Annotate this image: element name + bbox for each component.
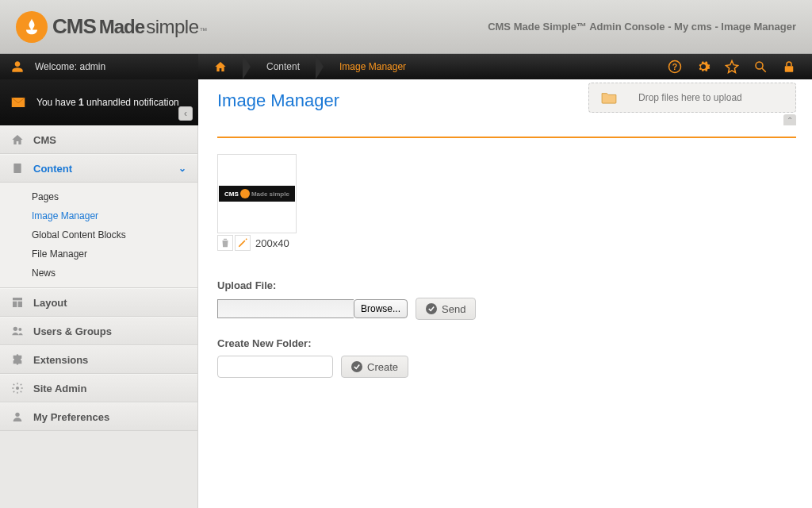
sidebar-sub-news[interactable]: News: [0, 264, 197, 283]
edit-button[interactable]: [235, 235, 251, 251]
create-folder-section: Create New Folder: Create: [217, 337, 796, 378]
thumbnail-preview: CMSMade simple: [219, 186, 295, 202]
svg-rect-8: [13, 302, 17, 307]
breadcrumb-sep-icon: [243, 54, 251, 79]
breadcrumb-current: Image Manager: [324, 54, 422, 79]
logo-icon: [16, 11, 48, 43]
trash-icon: [220, 237, 231, 248]
button-label: Create: [367, 361, 398, 373]
svg-rect-9: [18, 302, 22, 307]
header: CMS Made simple ™ CMS Made Simple™ Admin…: [0, 0, 812, 54]
file-input[interactable]: Browse...: [217, 299, 408, 318]
star-icon[interactable]: [725, 60, 739, 74]
image-item: CMSMade simple 200x40: [217, 154, 796, 251]
puzzle-icon: [11, 353, 24, 366]
gear-icon[interactable]: [696, 60, 710, 74]
gear-icon: [11, 382, 24, 394]
search-icon[interactable]: [753, 60, 768, 74]
svg-rect-6: [13, 164, 21, 173]
sidebar-item-label: Extensions: [33, 354, 88, 366]
layout-icon: [11, 296, 24, 309]
sidebar-item-site-admin[interactable]: Site Admin: [0, 374, 197, 402]
user-icon: [11, 60, 24, 73]
svg-point-13: [15, 413, 19, 417]
sidebar-item-label: Content: [33, 163, 72, 175]
svg-rect-7: [13, 298, 22, 300]
user-icon: [11, 410, 24, 423]
thumbnail-actions: 200x40: [217, 235, 796, 251]
sidebar-item-extensions[interactable]: Extensions: [0, 345, 197, 374]
pencil-icon: [237, 237, 248, 248]
topbar-left: Welcome: admin: [0, 54, 198, 79]
dropzone[interactable]: Drop files here to upload: [588, 83, 796, 113]
users-icon: [11, 325, 24, 337]
folder-icon: [600, 91, 618, 104]
sidebar-sub-global-content-blocks[interactable]: Global Content Blocks: [0, 225, 197, 244]
create-folder-label: Create New Folder:: [217, 337, 796, 349]
svg-point-12: [16, 387, 19, 390]
main-content: Drop files here to upload ⌃ Image Manage…: [198, 79, 812, 508]
sidebar-item-label: Users & Groups: [33, 325, 112, 337]
chevron-down-icon: ⌄: [178, 163, 186, 174]
browse-button[interactable]: Browse...: [354, 299, 408, 318]
svg-text:?: ?: [672, 62, 677, 71]
folder-name-input[interactable]: [217, 356, 333, 378]
svg-line-3: [762, 68, 766, 72]
svg-point-11: [18, 328, 21, 331]
breadcrumb-content[interactable]: Content: [251, 54, 316, 79]
svg-point-2: [756, 62, 763, 69]
send-button[interactable]: Send: [416, 298, 476, 320]
breadcrumb: Content Image Manager: [198, 54, 422, 79]
upload-label: Upload File:: [217, 279, 796, 291]
sidebar-sub-pages[interactable]: Pages: [0, 187, 197, 206]
image-thumbnail[interactable]: CMSMade simple: [217, 154, 297, 233]
button-label: Send: [442, 303, 465, 315]
sidebar-collapse-button[interactable]: ‹: [178, 106, 193, 121]
sidebar-item-layout[interactable]: Layout: [0, 288, 197, 317]
image-label: 200x40: [252, 237, 289, 249]
welcome-text: Welcome: admin: [35, 61, 105, 72]
topbar: Welcome: admin Content Image Manager ?: [0, 54, 812, 79]
create-button[interactable]: Create: [341, 356, 408, 378]
sidebar-submenu: Pages Image Manager Global Content Block…: [0, 183, 197, 288]
upload-section: Upload File: Browse... Send: [217, 279, 796, 320]
sidebar-item-users-groups[interactable]: Users & Groups: [0, 317, 197, 345]
header-title: CMS Made Simple™ Admin Console - My cms …: [488, 21, 796, 33]
home-icon: [214, 60, 227, 73]
chevron-up-icon: ⌃: [787, 116, 793, 125]
lock-icon[interactable]: [782, 60, 796, 74]
breadcrumb-sep-icon: [316, 54, 324, 79]
sidebar-item-my-preferences[interactable]: My Preferences: [0, 402, 197, 431]
sidebar-item-cms[interactable]: CMS: [0, 125, 197, 154]
logo-text: CMS Made simple ™: [52, 14, 208, 39]
sidebar-item-label: Layout: [33, 297, 67, 309]
divider: [217, 137, 796, 138]
sidebar-item-content[interactable]: Content ⌄: [0, 154, 197, 183]
breadcrumb-home[interactable]: [198, 54, 243, 79]
check-icon: [426, 303, 437, 314]
dropzone-label: Drop files here to upload: [638, 92, 742, 103]
sidebar-sub-image-manager[interactable]: Image Manager: [0, 206, 197, 225]
document-icon: [11, 162, 24, 175]
mail-icon: [11, 97, 25, 108]
logo[interactable]: CMS Made simple ™: [16, 11, 208, 43]
sidebar-item-label: My Preferences: [33, 411, 109, 423]
sidebar-item-label: Site Admin: [33, 383, 86, 394]
sidebar-sub-file-manager[interactable]: File Manager: [0, 244, 197, 264]
file-path-field[interactable]: [217, 299, 354, 318]
notification-bar[interactable]: You have 1 unhandled notification: [0, 79, 198, 125]
help-icon[interactable]: ?: [668, 60, 682, 74]
notification-text: You have 1 unhandled notification: [36, 97, 179, 108]
topbar-icons: ?: [668, 54, 812, 79]
dropzone-collapse[interactable]: ⌃: [783, 114, 796, 125]
svg-point-10: [13, 327, 17, 331]
check-icon: [351, 361, 362, 372]
home-icon: [11, 133, 24, 146]
sidebar-item-label: CMS: [33, 134, 56, 146]
sidebar: ‹ CMS Content ⌄ Pages Image Manager Glob…: [0, 125, 198, 508]
chevron-left-icon: ‹: [184, 108, 187, 119]
svg-rect-4: [785, 66, 794, 72]
delete-button[interactable]: [217, 235, 233, 251]
